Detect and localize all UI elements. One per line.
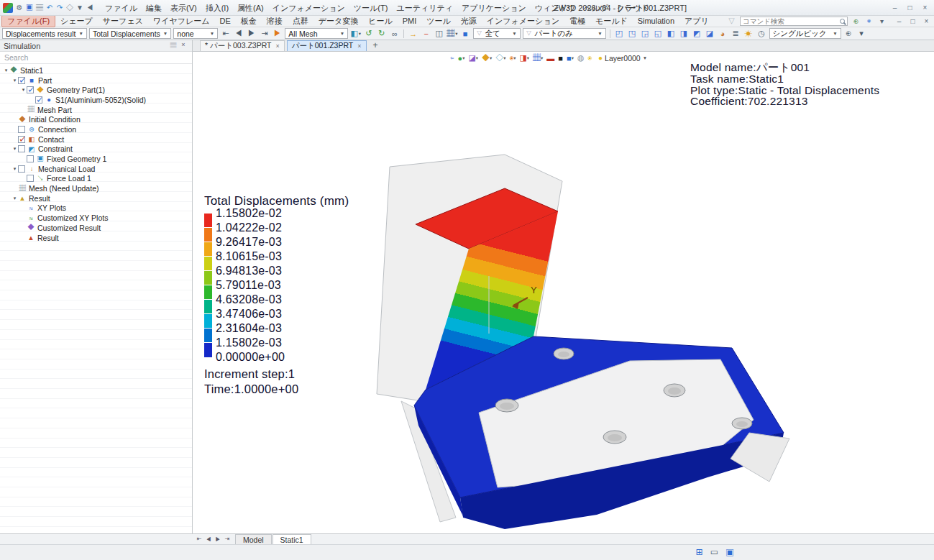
- visibility-icon[interactable]: ◉▾: [510, 54, 516, 63]
- menubar-item-3[interactable]: 表示(V): [166, 0, 201, 16]
- ribbon-tab[interactable]: ツール: [421, 16, 456, 27]
- tree-item[interactable]: ↘Force Load 1: [0, 174, 192, 184]
- redo-icon[interactable]: ↷: [55, 4, 65, 12]
- grid-display-icon[interactable]: ▦▾: [447, 28, 457, 39]
- ribbon-tab[interactable]: ワイヤフレーム: [148, 16, 215, 27]
- new-document-tab-button[interactable]: +: [369, 40, 383, 51]
- ribbon-tab[interactable]: シェープ: [55, 16, 98, 27]
- ribbon-tab[interactable]: アプリ: [679, 16, 714, 27]
- document-tab[interactable]: * パート003.Z3PRT×: [200, 40, 285, 51]
- section-view-icon[interactable]: ◨▾: [519, 53, 529, 63]
- ribbon-tab[interactable]: ファイル(F): [1, 15, 55, 27]
- pin-panel-icon[interactable]: ▽: [727, 17, 736, 27]
- view-trimetric-icon[interactable]: ◪: [705, 28, 715, 39]
- print-icon[interactable]: ▤: [35, 3, 45, 13]
- panel-close-icon[interactable]: ×: [178, 41, 188, 50]
- view-back-icon[interactable]: ◨: [679, 28, 690, 39]
- last-sheet-icon[interactable]: ⇥: [224, 536, 231, 543]
- loop-animation-icon[interactable]: ∞: [389, 28, 400, 39]
- ribbon-tab[interactable]: 板金: [236, 16, 262, 27]
- tree-item[interactable]: ▾✓◆Geometry Part(1): [0, 85, 192, 95]
- ribbon-tab[interactable]: 光源: [456, 16, 482, 27]
- result-component-dropdown[interactable]: Total Displacements▼: [89, 28, 171, 39]
- pick-options-icon[interactable]: ▾: [856, 28, 867, 39]
- tree-checkbox[interactable]: ✓: [35, 96, 42, 104]
- mode-icon[interactable]: ◇: [65, 3, 75, 13]
- close-button[interactable]: ×: [920, 0, 930, 16]
- close-icon[interactable]: ×: [276, 42, 280, 50]
- tree-item[interactable]: ▾▲Result: [0, 193, 192, 203]
- tree-expand-icon[interactable]: ▾: [12, 166, 18, 172]
- ribbon-tab[interactable]: DE: [214, 16, 235, 27]
- tree-item[interactable]: ✓●S1(Aluminium-5052)(Solid): [0, 95, 192, 105]
- tree-checkbox[interactable]: ✓: [27, 86, 34, 93]
- ribbon-tab[interactable]: インフォメーション: [482, 16, 564, 27]
- tree-checkbox[interactable]: [27, 155, 34, 162]
- transparency-icon[interactable]: ◍: [577, 53, 585, 63]
- result-style-dropdown[interactable]: none▼: [173, 28, 218, 39]
- prev-frame-icon[interactable]: ◀: [233, 28, 244, 39]
- align-right-icon[interactable]: ◲: [640, 28, 651, 39]
- render-mode-icon[interactable]: ●▾: [458, 54, 465, 63]
- tree-item[interactable]: ◆Initial Condition: [0, 114, 192, 124]
- view-mode-icon[interactable]: ◧▾: [350, 28, 361, 39]
- tree-checkbox[interactable]: ✓: [18, 77, 25, 84]
- view-front-icon[interactable]: ◧: [666, 28, 677, 39]
- align-left-icon[interactable]: ◰: [614, 28, 625, 39]
- ribbon-tab[interactable]: 溶接: [262, 16, 288, 27]
- document-tab[interactable]: パート001.Z3PRT×: [287, 40, 367, 51]
- tree-item[interactable]: ✓◧Contact: [0, 134, 192, 144]
- ribbon-tab[interactable]: PMI: [398, 16, 422, 27]
- tree-item[interactable]: ▾✓■Part: [0, 75, 192, 86]
- menubar-item-2[interactable]: 編集: [142, 0, 166, 16]
- tree-expand-icon[interactable]: ▾: [12, 78, 18, 83]
- face-color-icon[interactable]: ■: [460, 28, 471, 39]
- tree-item[interactable]: ▦Mesh (Need Update): [0, 183, 192, 193]
- command-search-input[interactable]: [743, 17, 838, 25]
- rotate-ccw-icon[interactable]: ↺: [363, 28, 374, 39]
- menubar-item-6[interactable]: インフォメーション: [268, 0, 349, 16]
- edge-color-icon[interactable]: ▬: [546, 54, 554, 63]
- menubar-item-5[interactable]: 属性(A): [233, 0, 268, 16]
- tree-item[interactable]: ▣Fixed Geometry 1: [0, 154, 192, 164]
- remove-result-icon[interactable]: −: [421, 28, 431, 39]
- tree-expand-icon[interactable]: ▾: [12, 146, 18, 152]
- tree-checkbox[interactable]: [27, 175, 34, 182]
- tree-item[interactable]: ▲Result: [0, 233, 192, 243]
- last-frame-icon[interactable]: ⇥: [259, 28, 270, 39]
- pick-filter-icon[interactable]: ⊕: [843, 28, 854, 39]
- compare-view-icon[interactable]: ◫: [434, 28, 444, 39]
- menubar-item-7[interactable]: ツール(T): [349, 0, 393, 16]
- sheet-tab-model[interactable]: Model: [235, 534, 272, 544]
- maximize-button[interactable]: □: [905, 0, 915, 16]
- undo-icon[interactable]: ↶: [45, 4, 55, 12]
- first-sheet-icon[interactable]: ⇤: [196, 536, 203, 543]
- result-type-dropdown[interactable]: Displacements result▼: [2, 28, 87, 39]
- tree-item[interactable]: ▦Mesh Part: [0, 105, 192, 115]
- info-grid-icon[interactable]: ⊞: [696, 547, 703, 559]
- menubar-item-9[interactable]: アプリケーション: [457, 0, 531, 16]
- tree-expand-icon[interactable]: ▾: [12, 196, 18, 201]
- tree-item[interactable]: ▾◆Static1: [0, 65, 192, 75]
- tree-item[interactable]: ≈Customized XY Plots: [0, 213, 192, 223]
- display-mode-icon[interactable]: ▣: [725, 547, 734, 559]
- tree-checkbox[interactable]: [18, 165, 25, 173]
- tree-item[interactable]: ▾↓Mechanical Load: [0, 164, 192, 174]
- close-icon[interactable]: ×: [357, 42, 361, 50]
- history-icon[interactable]: ◷: [756, 28, 767, 39]
- graphics-viewport[interactable]: Y ⇦●▾◪▾◆▾◇▾◉▾◨▾▦▾▬■■▾◍◉ ● Layer0000 ▼ Mo…: [193, 52, 934, 533]
- menubar-item-1[interactable]: ファイル: [101, 0, 142, 16]
- tree-item[interactable]: ≈XY Plots: [0, 203, 192, 214]
- rotate-cw-icon[interactable]: ↻: [376, 28, 387, 39]
- align-bottom-icon[interactable]: ◱: [653, 28, 664, 39]
- ribbon-tab[interactable]: サーフェス: [98, 16, 148, 27]
- prev-sheet-icon[interactable]: ◀: [205, 536, 212, 543]
- panel-menu-icon[interactable]: ▤: [168, 41, 178, 50]
- background-color-icon[interactable]: ■: [558, 54, 563, 63]
- sheet-tab-static1[interactable]: Static1: [273, 534, 311, 544]
- menubar-item-8[interactable]: ユーティリティ: [392, 0, 457, 16]
- view-orientation-icon[interactable]: ◆▾: [482, 52, 492, 63]
- apps-icon[interactable]: ⊕: [851, 17, 861, 27]
- tree-item[interactable]: ◆Customized Result: [0, 223, 192, 233]
- collapse-icon[interactable]: ◀: [85, 3, 95, 13]
